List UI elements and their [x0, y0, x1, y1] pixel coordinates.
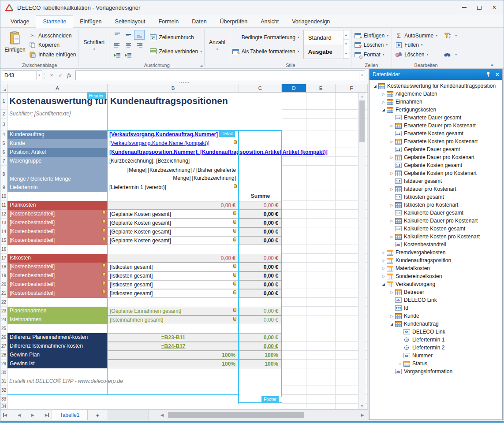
tree-item-22[interactable]: ▷Kundenauftragsposition — [370, 256, 502, 264]
cell-B34[interactable] — [108, 404, 239, 409]
cell-D23[interactable] — [282, 307, 306, 315]
cell-C27[interactable]: 0,00 € — [239, 342, 282, 351]
cell-D4[interactable] — [282, 130, 306, 139]
row-header-31[interactable]: 31 — [0, 377, 7, 386]
row-header-6[interactable]: 6 — [0, 148, 7, 157]
tree-item-1[interactable]: ▷Allgemeine Daten — [370, 90, 502, 98]
maximize-button[interactable] — [472, 1, 487, 14]
row-header-17[interactable]: 17 — [0, 254, 7, 263]
cell-B33[interactable] — [108, 395, 239, 404]
cell-D26[interactable] — [282, 333, 306, 342]
group-font-collapsed[interactable]: Schriftart ▼ — [79, 28, 109, 68]
first-sheet-button[interactable]: ◀ — [3, 413, 7, 417]
cell-C3[interactable] — [239, 119, 282, 130]
cell-E34[interactable] — [306, 404, 336, 409]
cell-D29[interactable] — [282, 360, 306, 368]
ribbon-collapse-icon[interactable]: ▲ — [490, 63, 494, 67]
cell-C34[interactable] — [239, 404, 282, 409]
cell-A28[interactable]: Gewinn Plan — [7, 351, 108, 360]
tree-item-4[interactable]: 1.3Erwartete Dauer gesamt — [370, 114, 502, 122]
cell-B9[interactable]: [Liefertermin 1 (vererbt)] — [108, 183, 239, 192]
gallery-more-icon[interactable]: ▼ — [343, 49, 349, 59]
row-header-9[interactable]: 9 — [0, 183, 7, 192]
cell-D10[interactable] — [282, 192, 306, 201]
cell-C13[interactable]: 0,00 € — [239, 219, 282, 227]
cell-C24[interactable]: 0,00 € — [239, 315, 282, 324]
align-center-button[interactable] — [123, 40, 134, 50]
cell-A4[interactable]: Kundenauftrag — [7, 130, 108, 139]
cell-D5[interactable] — [282, 139, 306, 148]
cell-E26[interactable] — [306, 333, 336, 342]
expanded-arrow-icon[interactable]: ◢ — [381, 108, 386, 112]
cell-C28[interactable]: 100% — [239, 351, 282, 360]
row-header-20[interactable]: 20 — [0, 280, 7, 289]
cell-B11[interactable]: 0,00 € — [108, 201, 239, 210]
cell-A31[interactable]: Erstellt mit DELECO® ERP - www.deleco-er… — [7, 377, 108, 386]
tree-item-36[interactable]: abVorgangsinformation — [370, 367, 502, 375]
tab-6[interactable]: Überprüfen — [213, 16, 254, 27]
cell-A34[interactable] — [7, 404, 108, 409]
tree-item-17[interactable]: ▷Kalkulierte Dauer pro Kostenart — [370, 217, 502, 225]
cut-button[interactable]: ✂Ausschneiden — [29, 31, 76, 40]
collapsed-arrow-icon[interactable]: ▷ — [389, 171, 395, 175]
dialog-launcher-icon[interactable]: ◢ — [200, 64, 202, 67]
row-header-25[interactable]: 25 — [0, 324, 7, 333]
tree-item-16[interactable]: 1.3Kalkulierte Dauer gesamt — [370, 209, 502, 217]
tree-item-15[interactable]: ▷Istkosten pro Kostenart — [370, 201, 502, 209]
column-header-F[interactable]: F — [336, 84, 368, 93]
cell-E21[interactable] — [306, 289, 336, 298]
row-header-4[interactable]: 4 — [0, 130, 7, 139]
cell-B28[interactable]: 100% — [108, 351, 239, 360]
cell-A6[interactable]: Position: Artikel — [7, 148, 108, 157]
fill-button[interactable]: Füllen▼ — [395, 41, 438, 50]
increase-indent-button[interactable] — [123, 50, 134, 60]
tree-item-8[interactable]: 1.3Geplante Dauer gesamt — [370, 145, 502, 153]
cell-C17[interactable]: 0,00 € — [239, 254, 282, 263]
cell-D30[interactable] — [282, 368, 306, 377]
collapsed-arrow-icon[interactable]: ▷ — [389, 314, 395, 318]
tree-item-13[interactable]: ▷Istdauer pro Kostenart — [370, 185, 502, 193]
gallery-up-icon[interactable]: ▲ — [343, 30, 349, 40]
row-header-18[interactable]: 18 — [0, 263, 7, 271]
cell-D13[interactable] — [282, 219, 306, 227]
scroll-up-icon[interactable]: ▲ — [358, 93, 366, 100]
cell-E13[interactable] — [306, 219, 336, 227]
cell-A33[interactable] — [7, 395, 108, 404]
delete-cells-button[interactable]: ✕Löschen▼ — [354, 41, 389, 50]
cell-A21[interactable]: [Kostenbestandteil] — [7, 289, 108, 298]
last-sheet-button[interactable]: ▶ — [45, 413, 49, 417]
tree-item-5[interactable]: ▷Erwartete Dauer pro Kostenart — [370, 122, 502, 130]
scroll-down-icon[interactable]: ▼ — [358, 402, 366, 409]
cell-E33[interactable] — [306, 395, 336, 404]
cell-C10[interactable]: Summe — [239, 192, 282, 201]
cell-A14[interactable]: [Kostenbestandteil] — [7, 227, 108, 236]
tab-1[interactable]: Startseite — [36, 15, 73, 28]
tab-0[interactable]: Vorlage — [4, 16, 36, 27]
cell-E32[interactable] — [306, 386, 336, 395]
cell-A20[interactable]: [Kostenbestandteil] — [7, 280, 108, 289]
tree-item-11[interactable]: ▷Geplante Kosten pro Kostenart — [370, 169, 502, 177]
group-number-collapsed[interactable]: Anzahl ▼ — [205, 28, 230, 68]
cell-E1[interactable] — [306, 93, 336, 110]
cell-B19[interactable]: [Istkosten gesamt] — [108, 271, 239, 280]
align-right-button[interactable] — [134, 40, 145, 50]
cell-B15[interactable]: [Geplante Kosten gesamt] — [108, 236, 239, 245]
row-header-34[interactable]: 34 — [0, 404, 7, 409]
sort-filter-button[interactable]: AZ▼ — [443, 31, 457, 40]
expanded-arrow-icon[interactable]: ◢ — [381, 282, 386, 286]
cell-C12[interactable]: 0,00 € — [239, 210, 282, 219]
collapsed-arrow-icon[interactable]: ▷ — [381, 100, 386, 104]
collapsed-arrow-icon[interactable]: ▷ — [389, 219, 395, 223]
tree-item-34[interactable]: abNummer — [370, 352, 502, 360]
cell-D28[interactable] — [282, 351, 306, 360]
row-header-22[interactable]: 22 — [0, 298, 7, 307]
cell-D2[interactable] — [282, 110, 306, 119]
cell-D18[interactable] — [282, 263, 306, 271]
formula-expand-icon[interactable]: ▼ — [359, 71, 365, 80]
row-header-24[interactable]: 24 — [0, 315, 7, 324]
cell-A18[interactable]: [Kostenbestandteil] — [7, 263, 108, 271]
cell-D17[interactable] — [282, 254, 306, 263]
tree-item-12[interactable]: 1.3Istdauer gesamt — [370, 177, 502, 185]
style-item-ausgabe[interactable]: Ausgabe — [304, 45, 343, 59]
tree-item-23[interactable]: ▷Materialkosten — [370, 264, 502, 272]
